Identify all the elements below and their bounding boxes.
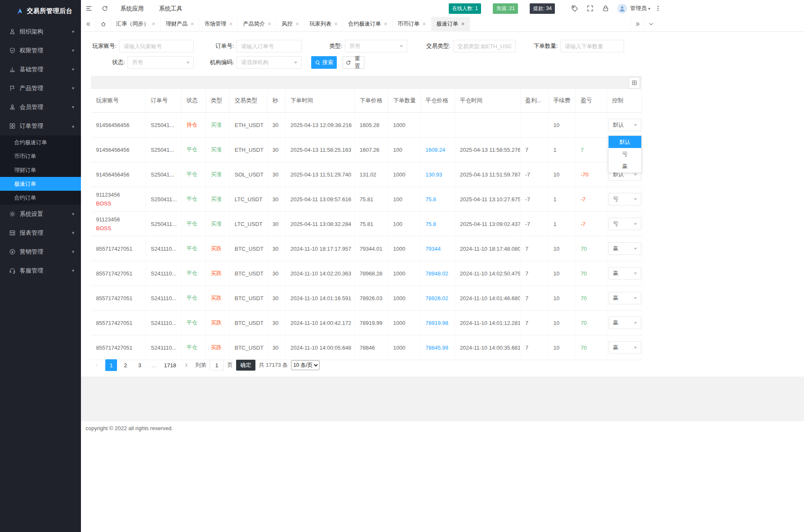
cell-player-account: 855717427051 (91, 261, 146, 286)
sidebar-item-products[interactable]: 产品管理▾ (0, 79, 81, 98)
org-code-select[interactable]: 请选择机构 (237, 56, 302, 69)
col-seconds: 秒 (267, 89, 285, 113)
goto-page-input[interactable] (210, 360, 224, 371)
close-icon[interactable]: × (152, 21, 155, 27)
sidebar-subitem-contract-fast-orders[interactable]: 合约极速订单 (0, 135, 81, 149)
close-icon[interactable]: × (422, 21, 426, 27)
sidebar-item-members[interactable]: 会员管理▾ (0, 98, 81, 117)
home-tab-icon[interactable] (96, 17, 111, 31)
tab-exchange-rate[interactable]: 汇率（同步）× (111, 17, 161, 31)
tabs-scroll-right-icon[interactable] (630, 17, 644, 31)
badge-online-count[interactable]: 在线人数: 1 (449, 3, 481, 14)
page-size-select[interactable]: 10 条/页 (291, 360, 320, 370)
tab-market[interactable]: 市场管理× (199, 17, 238, 31)
close-icon[interactable]: × (384, 21, 387, 27)
order-no-input[interactable] (237, 40, 302, 52)
sidebar-subitem-coin-orders[interactable]: 币币订单 (0, 149, 81, 163)
cell-control: 亏 (607, 212, 642, 236)
control-select[interactable]: 赢 (609, 292, 641, 304)
tab-player-list[interactable]: 玩家列表× (304, 17, 343, 31)
order-qty-input[interactable] (560, 40, 624, 52)
tab-list: 汇率（同步）×理财产品×市场管理×产品简介×风控×玩家列表×合约极速订单×币币订… (111, 17, 470, 31)
page-button-3[interactable]: 3 (134, 359, 146, 371)
close-price-link[interactable]: 1608.24 (426, 147, 445, 153)
topbar-left: 系统应用 系统工具 (81, 0, 804, 17)
sidebar-subitem-finance-orders[interactable]: 理财订单 (0, 163, 81, 177)
close-price-link[interactable]: 130.93 (426, 171, 442, 178)
tab-finance-products[interactable]: 理财产品× (161, 17, 199, 31)
tabs-menu-icon[interactable] (644, 17, 658, 31)
sidebar-item-basic[interactable]: 基础管理▾ (0, 60, 81, 79)
control-select[interactable]: 赢 (609, 317, 641, 329)
trade-type-input[interactable] (453, 40, 516, 52)
control-select[interactable]: 亏 (609, 218, 641, 230)
close-price-link[interactable]: 78948.02 (426, 270, 448, 277)
nav-system-apps[interactable]: 系统应用 (113, 0, 151, 17)
close-price-link[interactable]: 78926.02 (426, 295, 448, 301)
nav-system-tools[interactable]: 系统工具 (151, 0, 190, 17)
control-select[interactable]: 赢 (609, 267, 641, 280)
sidebar-item-reports[interactable]: 报表管理▾ (0, 223, 81, 242)
collapse-sidebar-icon[interactable] (81, 0, 97, 17)
control-select[interactable]: 赢 (609, 341, 641, 354)
tabs-scroll-left-icon[interactable] (81, 17, 96, 31)
close-price-link[interactable]: 78845.99 (426, 345, 448, 351)
page-button-1718[interactable]: 1718 (162, 359, 178, 371)
sidebar-subitem-fast-orders[interactable]: 极速订单 (0, 177, 81, 191)
close-icon[interactable]: × (334, 21, 338, 27)
close-icon[interactable]: × (268, 21, 271, 27)
cell-order-price: 75.81 (354, 187, 388, 212)
dropdown-option-lose[interactable]: 亏 (609, 148, 641, 160)
more-menu-icon[interactable] (650, 0, 666, 17)
filter-label-org-code: 机构编码: (203, 56, 234, 69)
marketing-icon (9, 249, 16, 255)
tab-fast-orders[interactable]: 极速订单× (432, 17, 470, 31)
badge-recharge[interactable]: 充值: 21 (493, 3, 518, 14)
sidebar-subitem-contract-orders[interactable]: 合约订单 (0, 191, 81, 205)
control-select[interactable]: 赢 (609, 242, 641, 255)
dropdown-option-win[interactable]: 赢 (609, 160, 641, 172)
control-select[interactable]: 默认 (609, 119, 641, 131)
page-button-1[interactable]: 1 (105, 359, 117, 371)
search-button[interactable]: 搜索 (311, 56, 337, 69)
dropdown-option-default[interactable]: 默认 (609, 136, 641, 148)
control-select[interactable]: 亏 (609, 193, 641, 205)
user-menu[interactable]: 管理员▾ (617, 4, 650, 13)
sidebar-item-customer-service[interactable]: 客服管理▾ (0, 261, 81, 280)
player-account-input[interactable] (119, 40, 194, 52)
next-page-icon[interactable] (180, 359, 192, 371)
tab-contract-fast-orders[interactable]: 合约极速订单× (343, 17, 393, 31)
close-icon[interactable]: × (296, 21, 299, 27)
close-price-link[interactable]: 75.8 (426, 196, 436, 202)
tab-risk-control[interactable]: 风控× (277, 17, 304, 31)
tab-product-intro[interactable]: 产品简介× (238, 17, 277, 31)
sidebar-item-permissions[interactable]: 权限管理▾ (0, 41, 81, 60)
sidebar-item-system-settings[interactable]: 系统设置▾ (0, 205, 81, 223)
confirm-button[interactable]: 确定 (236, 360, 255, 371)
tab-coin-orders[interactable]: 币币订单× (393, 17, 431, 31)
sidebar-item-organization[interactable]: 组织架构▾ (0, 22, 81, 41)
close-price-link[interactable]: 79344 (426, 246, 441, 252)
close-icon[interactable]: × (229, 21, 232, 27)
close-icon[interactable]: × (190, 21, 194, 27)
sidebar-item-orders[interactable]: 订单管理▴ (0, 117, 81, 135)
column-filter-button[interactable] (629, 77, 640, 88)
status-select[interactable]: 所有 (127, 56, 194, 69)
close-icon[interactable]: × (461, 21, 465, 27)
sidebar-item-marketing[interactable]: 营销管理▾ (0, 242, 81, 261)
refresh-icon[interactable] (97, 0, 113, 17)
cell-order-time: 2025-04-11 13:08:32.284 (285, 212, 354, 236)
page-button-2[interactable]: 2 (120, 359, 131, 371)
reset-button[interactable]: 重置 (343, 56, 364, 69)
cell-control: 赢 (607, 335, 642, 360)
prev-page-icon[interactable] (91, 359, 103, 371)
type-select[interactable]: 所有 (345, 40, 407, 52)
cell-order-no: S241110... (146, 236, 181, 261)
fullscreen-icon[interactable] (582, 0, 598, 17)
lock-icon[interactable] (598, 0, 613, 17)
close-price-link[interactable]: 75.8 (426, 221, 436, 227)
cell-profit: 7 (520, 138, 548, 162)
tag-icon[interactable] (567, 0, 582, 17)
badge-withdraw[interactable]: 提款: 34 (530, 3, 555, 14)
close-price-link[interactable]: 78919.98 (426, 320, 448, 326)
